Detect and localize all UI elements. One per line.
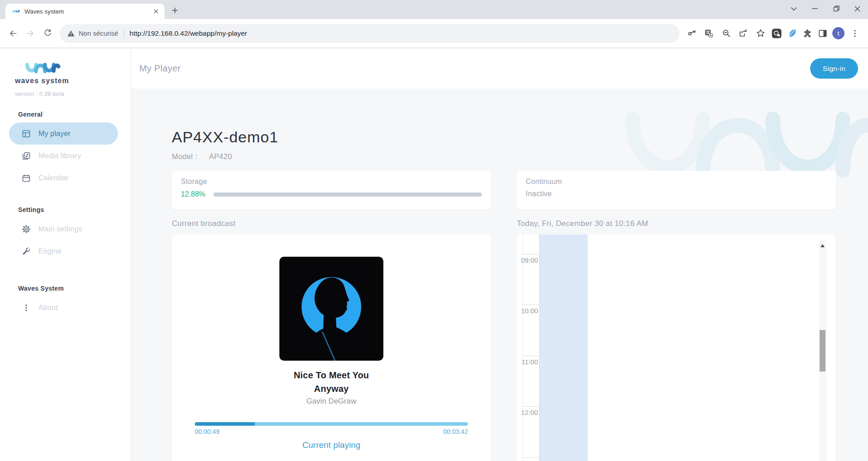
version-label: version : 0.38-beta — [15, 91, 131, 97]
track-artist: Gavin DeGraw — [172, 397, 491, 405]
current-playing-link[interactable]: Current playing — [172, 440, 491, 450]
window-controls — [783, 0, 868, 19]
back-button[interactable] — [5, 25, 22, 42]
sidebar-item-calendar[interactable]: Calendar — [9, 167, 118, 189]
sidebar-item-label: Engine — [38, 247, 61, 255]
broadcast-panel: Nice To Meet You Anyway Gavin DeGraw 00:… — [172, 235, 491, 461]
side-panel-icon[interactable] — [815, 26, 830, 41]
calendar-date-heading: Today, Fri, December 30 at 10:16 AM — [517, 219, 836, 228]
elapsed-time: 00:00:49 — [195, 428, 220, 435]
section-general: General — [18, 111, 131, 118]
time-slot-label: 12:00 — [517, 409, 538, 416]
storage-card: Storage 12.88% — [172, 171, 491, 210]
sign-in-button[interactable]: Sign-in — [810, 58, 858, 79]
extension-camera-icon[interactable] — [769, 26, 784, 41]
scrollbar-thumb[interactable] — [820, 330, 826, 372]
main-area: My Player Sign-in AP4XX-demo1 Model :AP4… — [131, 48, 868, 461]
tab-search-chevron-icon[interactable] — [783, 0, 804, 17]
hour-line — [523, 254, 539, 254]
time-slot-label: 11:00 — [517, 358, 538, 366]
gear-icon — [22, 225, 31, 234]
sidebar-item-about[interactable]: About — [9, 296, 118, 319]
current-broadcast-label: Current broadcast — [172, 219, 491, 228]
calendar-icon — [22, 174, 31, 183]
browser-menu-kebab-icon[interactable] — [846, 25, 863, 42]
sidebar-item-main-settings[interactable]: Main settings — [9, 218, 118, 240]
storage-progressbar — [213, 193, 482, 197]
continuum-status: Inactive — [526, 190, 827, 198]
sidebar-item-label: About — [38, 304, 58, 312]
section-settings: Settings — [18, 206, 131, 213]
waves-favicon-icon — [12, 8, 20, 14]
zoom-out-icon[interactable] — [717, 25, 735, 42]
restore-button[interactable] — [826, 0, 847, 17]
media-library-icon — [22, 151, 31, 160]
storage-label: Storage — [181, 178, 482, 186]
browser-tab[interactable]: Waves system — [5, 4, 165, 19]
reload-button[interactable] — [39, 25, 56, 42]
content: AP4XX-demo1 Model :AP420 Storage 12.88% … — [131, 89, 868, 461]
not-secure-warning-icon — [67, 30, 75, 37]
tab-title: Waves system — [24, 8, 152, 15]
time-slot-label: 10:00 — [517, 307, 538, 315]
hour-line — [523, 356, 539, 356]
extension-feather-icon[interactable] — [784, 26, 800, 41]
section-waves-system: Waves System — [18, 285, 131, 292]
storage-percent: 12.88% — [181, 190, 205, 198]
wrench-icon — [22, 247, 31, 256]
webapp-page: waves system version : 0.38-beta General… — [0, 48, 868, 461]
scroll-up-arrow-icon[interactable] — [819, 240, 826, 251]
album-art — [279, 257, 383, 361]
time-slot-label: 09:00 — [517, 256, 538, 264]
address-bar[interactable]: Non sécurisé http://192.168.0.42/webapp/… — [60, 24, 679, 43]
calendar-scrollbar[interactable] — [819, 240, 826, 461]
playback-progressbar[interactable] — [195, 422, 468, 426]
minimize-button[interactable] — [804, 0, 826, 17]
hour-line — [523, 406, 539, 407]
security-label: Non sécurisé — [79, 29, 118, 37]
forward-button[interactable] — [22, 25, 39, 42]
device-name: AP4XX-demo1 — [172, 128, 836, 146]
model-label: Model : — [172, 152, 197, 160]
sidebar-item-my-player[interactable]: My player — [9, 122, 118, 145]
translate-icon[interactable] — [700, 25, 717, 42]
window-layout-icon — [22, 129, 31, 138]
new-tab-button[interactable] — [168, 4, 182, 17]
omnibox-divider — [124, 29, 124, 38]
sidebar: waves system version : 0.38-beta General… — [0, 48, 131, 461]
sidebar-item-label: Calendar — [38, 174, 69, 182]
sidebar-item-engine[interactable]: Engine — [9, 240, 118, 262]
device-model: Model :AP420 — [172, 152, 836, 161]
playback-progress-fill — [195, 422, 255, 426]
total-time: 00:03:42 — [443, 428, 468, 435]
vertical-dots-icon — [22, 303, 31, 312]
hour-line — [523, 305, 539, 305]
sidebar-item-label: Media library — [38, 152, 81, 160]
url-text: http://192.168.0.42/webapp/my-player — [130, 29, 247, 38]
waves-logo-icon — [23, 61, 61, 75]
close-window-button[interactable] — [847, 0, 868, 17]
sidebar-item-label: Main settings — [38, 225, 82, 233]
calendar-panel[interactable]: 09:00 10:00 11:00 12:00 13:00 — [517, 235, 836, 461]
page-header: My Player Sign-in — [131, 48, 868, 89]
sidebar-item-label: My player — [38, 130, 71, 138]
model-value: AP420 — [209, 152, 232, 160]
calendar-gutter-line — [523, 235, 523, 461]
browser-toolbar: Non sécurisé http://192.168.0.42/webapp/… — [0, 19, 868, 48]
tab-close-icon[interactable] — [152, 7, 160, 15]
continuum-label: Continuum — [526, 178, 827, 186]
sidebar-item-media-library[interactable]: Media library — [9, 145, 118, 167]
share-icon[interactable] — [735, 25, 752, 42]
profile-avatar[interactable]: t — [832, 27, 844, 39]
password-key-icon[interactable] — [683, 25, 700, 42]
page-title: My Player — [139, 63, 181, 74]
extensions-puzzle-icon[interactable] — [800, 26, 815, 41]
track-title: Nice To Meet You Anyway — [172, 368, 491, 395]
calendar-today-column — [539, 235, 588, 461]
logo-text: waves system — [15, 77, 131, 85]
browser-tabstrip: Waves system — [0, 0, 868, 19]
hour-line — [523, 457, 539, 458]
bookmark-star-icon[interactable] — [752, 25, 769, 42]
continuum-card: Continuum Inactive — [517, 171, 836, 210]
